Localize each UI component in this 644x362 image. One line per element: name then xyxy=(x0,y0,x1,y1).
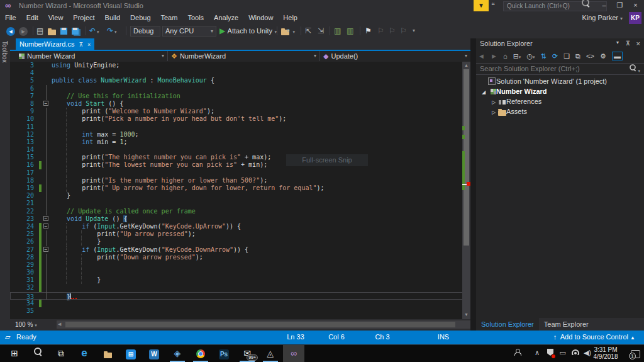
add-to-source-control-button[interactable]: ↑ Add to Source Control ▲ xyxy=(553,333,635,341)
debug-target-combo[interactable]: Debug▾ xyxy=(130,26,160,37)
panel-close-icon[interactable]: × xyxy=(636,40,640,47)
find-in-files-icon[interactable]: ○▾ xyxy=(281,26,295,36)
toolbox-tab[interactable]: Toolbox xyxy=(0,38,10,331)
people-icon[interactable] xyxy=(514,349,521,356)
code-line-17[interactable]: 17 xyxy=(10,169,470,177)
code-line-34[interactable]: 34 xyxy=(10,300,470,307)
navigate-forward-doc-icon[interactable]: ⇲ xyxy=(318,26,324,36)
open-file-icon[interactable] xyxy=(48,26,56,36)
menu-project[interactable]: Project xyxy=(68,12,99,23)
restore-button[interactable]: ❐ xyxy=(612,0,628,11)
code-line-33[interactable]: 33 } xyxy=(10,292,470,300)
code-line-19[interactable]: 19 print(" Up arrow for higher, down for… xyxy=(10,184,470,192)
wifi-icon[interactable] xyxy=(572,349,579,356)
code-line-25[interactable]: 25 print("Up arrow pressed"); xyxy=(10,230,470,238)
se-pending-changes-icon[interactable]: ◷▾ xyxy=(526,52,535,60)
code-line-32[interactable]: 32 xyxy=(10,284,470,291)
navigate-forward-icon[interactable]: ► xyxy=(19,26,28,36)
se-collapse-all-icon[interactable]: ❏ xyxy=(564,52,570,60)
code-line-12[interactable]: 12 int max = 1000; xyxy=(10,131,470,139)
code-line-28[interactable]: 28 print("Down arrow pressed"); xyxy=(10,254,470,261)
code-line-6[interactable]: 6 xyxy=(10,85,470,93)
type-dropdown[interactable]: ❖NumberWizard▾ xyxy=(168,51,320,61)
se-view-code-icon[interactable]: <> xyxy=(586,52,594,60)
window-position-icon[interactable]: ▾ xyxy=(616,40,619,45)
menu-team[interactable]: Team xyxy=(156,12,183,23)
platform-combo[interactable]: Any CPU▾ xyxy=(162,26,216,37)
se-home-icon[interactable]: ⌂ xyxy=(503,52,508,60)
code-editor[interactable]: 3using UnityEngine;45public class Number… xyxy=(10,62,470,319)
tab-numberwizard[interactable]: NumberWizard.cs⊼× xyxy=(16,38,94,50)
code-line-21[interactable]: 21 xyxy=(10,200,470,207)
mail-icon[interactable]: ✉99+ xyxy=(236,345,258,362)
menu-build[interactable]: Build xyxy=(100,12,125,23)
previous-bookmark-icon[interactable]: ⚐ xyxy=(377,26,384,36)
fold-collapse-icon[interactable]: − xyxy=(43,101,48,106)
se-properties-icon[interactable]: ⚙ xyxy=(600,52,606,60)
task-view-icon[interactable]: ⧉ xyxy=(50,345,72,362)
se-switch-views-icon[interactable]: ⊟▾ xyxy=(513,52,521,60)
start-button[interactable]: ⊞ xyxy=(4,345,25,362)
save-icon[interactable] xyxy=(60,26,67,36)
fold-collapse-icon[interactable]: − xyxy=(43,216,48,221)
battery-icon[interactable]: ▭ xyxy=(560,349,566,357)
code-line-15[interactable]: 15 print("The highest number you can pic… xyxy=(10,154,470,161)
menu-window[interactable]: Window xyxy=(243,12,278,23)
panel-pin-icon[interactable]: ⊼ xyxy=(626,40,630,47)
redo-icon[interactable]: ↷ ▾ xyxy=(107,26,117,36)
navigate-backward-doc-icon[interactable]: ⇱ xyxy=(305,26,311,36)
cube-app-icon[interactable]: ◈ xyxy=(167,345,188,362)
chrome-icon[interactable] xyxy=(190,345,211,362)
code-line-29[interactable]: 29 xyxy=(10,261,470,269)
menu-debug[interactable]: Debug xyxy=(125,12,155,23)
se-sync-icon[interactable]: ⇅ xyxy=(541,52,547,60)
code-line-4[interactable]: 4 xyxy=(10,69,470,77)
code-line-35[interactable]: 35 xyxy=(10,307,470,315)
visual-studio-icon[interactable]: ∞ xyxy=(283,345,304,362)
close-button[interactable]: × xyxy=(628,0,643,11)
code-line-26[interactable]: 26 } xyxy=(10,238,470,246)
w-app-icon[interactable]: W xyxy=(143,345,165,362)
code-line-24[interactable]: 24− if (Input.GetKeyDown("KeyCode.UpArro… xyxy=(10,223,470,230)
fold-collapse-icon[interactable]: − xyxy=(43,223,48,229)
new-file-icon[interactable]: ▤ xyxy=(36,26,43,36)
code-line-14[interactable]: 14 xyxy=(10,146,470,154)
code-line-22[interactable]: 22 // Update is called once per frame xyxy=(10,208,470,215)
taskbar-clock[interactable]: 3:31 PM4/9/2018 xyxy=(586,346,625,360)
member-dropdown[interactable]: ◆Update()▾ xyxy=(320,51,470,61)
pin-icon[interactable]: ⊼ xyxy=(79,42,83,48)
tree-item-references[interactable]: ▷References xyxy=(476,96,644,106)
code-line-23[interactable]: 23− void Update () { xyxy=(10,215,470,223)
se-forward-icon[interactable]: ► xyxy=(491,52,497,60)
store-icon[interactable]: ⊞ xyxy=(120,345,142,362)
menu-view[interactable]: View xyxy=(43,12,69,23)
indent-increase-icon[interactable]: ▥ xyxy=(347,26,353,36)
menu-tools[interactable]: Tools xyxy=(182,12,209,23)
scroll-up-icon[interactable]: ▲ xyxy=(462,63,470,67)
code-line-20[interactable]: 20 } xyxy=(10,192,470,200)
vertical-scrollbar[interactable]: ▲ ▼ xyxy=(462,62,470,319)
quick-launch-input[interactable]: Quick Launch (Ctrl+Q) xyxy=(503,1,607,11)
fold-collapse-icon[interactable]: − xyxy=(43,247,48,252)
menu-analyze[interactable]: Analyze xyxy=(209,12,243,23)
code-line-5[interactable]: 5public class NumberWizard : MonoBehavio… xyxy=(10,77,470,84)
code-line-7[interactable]: 7 // Use this for initialization xyxy=(10,93,470,100)
edge-icon[interactable]: e xyxy=(74,345,95,362)
avatar[interactable]: KP xyxy=(629,12,641,24)
user-name[interactable]: King Parker ▾ xyxy=(582,14,623,21)
save-all-icon[interactable] xyxy=(72,26,79,36)
feedback-icon[interactable]: ❝ xyxy=(491,1,495,9)
defender-shield-icon[interactable] xyxy=(547,349,553,357)
code-line-8[interactable]: 8− void Start () { xyxy=(10,100,470,108)
code-line-16[interactable]: 16 print("The lowest number you can pick… xyxy=(10,161,470,169)
tree-item-number-wizard[interactable]: ◢Number Wizard xyxy=(476,86,644,96)
bookmark-icon[interactable]: ⚑ xyxy=(365,26,372,36)
unity-icon[interactable]: ◬ xyxy=(260,345,281,362)
code-line-10[interactable]: 10 print("Pick a number in your head but… xyxy=(10,115,470,123)
se-back-icon[interactable]: ◄ xyxy=(478,52,485,60)
se-search-icon[interactable]: ▾ xyxy=(629,65,640,74)
bottom-tab-solution-explorer[interactable]: Solution Explorer xyxy=(476,318,539,331)
search-icon[interactable] xyxy=(27,345,48,362)
tab-close-icon[interactable]: × xyxy=(87,42,91,48)
navigate-back-icon[interactable]: ◄ xyxy=(6,26,15,36)
